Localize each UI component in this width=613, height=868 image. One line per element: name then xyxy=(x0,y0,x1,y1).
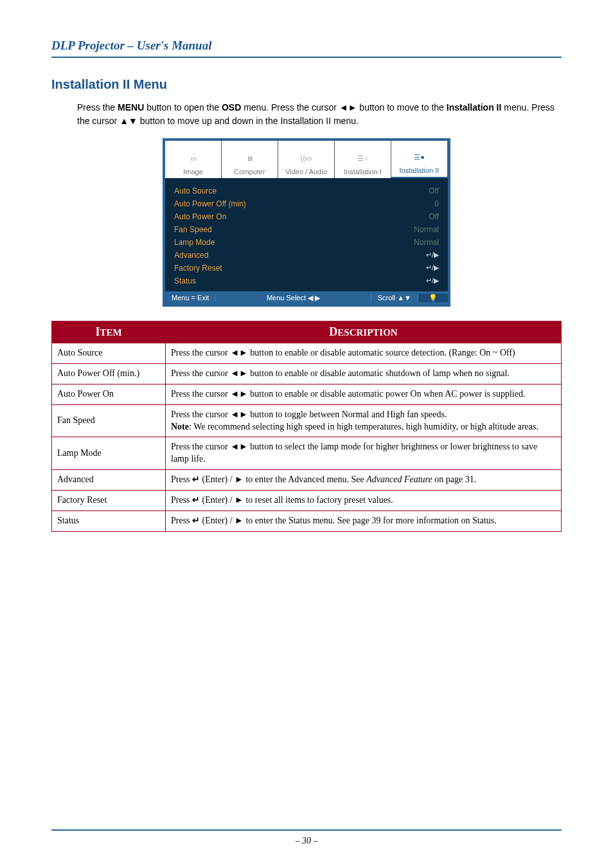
table-row: Auto Power Off (min.) Press the cursor ◄… xyxy=(52,363,562,384)
osd-row-status: Status↵/▶ xyxy=(174,275,439,287)
osd-row-fanspeed: Fan SpeedNormal xyxy=(174,223,439,236)
cell-desc: Press ↵ (Enter) / ► to reset all items t… xyxy=(166,491,562,511)
description-table: IItemTEM DESCRIPTIONDescription Auto Sou… xyxy=(51,321,562,532)
desc-text: (Enter) / ► to enter the Advanced menu. … xyxy=(200,475,366,484)
desc-text: (Enter) / ► to reset all items to factor… xyxy=(200,495,393,505)
header-rule xyxy=(51,57,562,58)
intro-text: menu. Press the cursor ◄► button to move… xyxy=(241,102,447,113)
table-row: Advanced Press ↵ (Enter) / ► to enter th… xyxy=(52,470,562,491)
osd-row-lampmode: Lamp ModeNormal xyxy=(174,236,439,249)
install1-icon: ☰○ xyxy=(335,149,391,168)
osd-row-label: Lamp Mode xyxy=(174,238,215,247)
osd-row-autopoweroff: Auto Power Off (min)0 xyxy=(174,197,439,210)
th-item: IItemTEM xyxy=(52,321,166,343)
osd-row-label: Auto Power Off (min) xyxy=(174,199,246,208)
tab-label: Installation II xyxy=(391,167,447,174)
osd-tab-image: ▭ Image xyxy=(165,141,222,178)
osd-row-label: Advanced xyxy=(174,251,208,260)
desc-text: Press xyxy=(171,475,192,484)
osd-row-label: Auto Source xyxy=(174,186,217,195)
desc-text: Press xyxy=(171,495,192,505)
osd-row-value: ↵/▶ xyxy=(426,276,439,285)
osd-row-value: Off xyxy=(429,212,439,221)
cell-item: Fan Speed xyxy=(52,404,166,437)
header-title: DLP Projector – User's Manual xyxy=(51,39,562,54)
cell-item: Lamp Mode xyxy=(52,437,166,470)
table-row: Factory Reset Press ↵ (Enter) / ► to res… xyxy=(52,491,562,511)
osd-row-value: 0 xyxy=(434,199,439,208)
osd-footer-spacer: Menu Select ◀ ▶ xyxy=(216,294,371,302)
desc-text: Press the cursor ◄► button to toggle bet… xyxy=(171,410,447,419)
tab-label: Computer xyxy=(222,168,278,176)
enter-icon: ↵ xyxy=(192,495,200,505)
install2-icon: ☰● xyxy=(391,147,447,167)
osd-tab-video: ((▭ Video / Audio xyxy=(278,141,335,178)
table-row: Auto Power On Press the cursor ◄► button… xyxy=(52,384,562,404)
osd-row-autosource: Auto SourceOff xyxy=(174,185,439,197)
cell-item: Auto Power Off (min.) xyxy=(52,363,166,384)
intro-paragraph: Press the MENU button to open the OSD me… xyxy=(77,101,562,128)
computer-icon: 🖥 xyxy=(222,149,278,168)
desc-text: on page 31. xyxy=(432,475,476,484)
menu-label-bold: MENU xyxy=(118,102,144,113)
install-label-bold: Installation II xyxy=(447,102,502,113)
osd-tab-install2: ☰● Installation II xyxy=(391,141,448,178)
osd-row-label: Factory Reset xyxy=(174,264,222,273)
cell-desc: Press the cursor ◄► button to select the… xyxy=(166,437,562,470)
italic-ref: Advanced Feature xyxy=(366,475,432,484)
intro-text: button to open the xyxy=(144,102,222,113)
enter-icon: ↵ xyxy=(192,516,200,525)
osd-row-label: Fan Speed xyxy=(174,225,212,234)
tab-label: Image xyxy=(165,168,221,176)
cell-item: Factory Reset xyxy=(52,491,166,511)
osd-row-value: Off xyxy=(429,186,439,195)
osd-row-label: Auto Power On xyxy=(174,212,226,221)
cell-item: Auto Source xyxy=(52,343,166,364)
osd-label-bold: OSD xyxy=(222,102,241,113)
section-heading: Installation II Menu xyxy=(51,77,562,92)
osd-row-factoryreset: Factory Reset↵/▶ xyxy=(174,262,439,275)
cell-item: Status xyxy=(52,511,166,532)
cell-desc: Press the cursor ◄► button to enable or … xyxy=(166,384,562,404)
osd-screenshot: ▭ Image 🖥 Computer ((▭ Video / Audio ☰○ … xyxy=(163,138,450,307)
osd-row-value: Normal xyxy=(414,225,439,234)
table-row: Fan Speed Press the cursor ◄► button to … xyxy=(52,404,562,437)
osd-row-value: ↵/▶ xyxy=(426,251,439,260)
osd-row-value: Normal xyxy=(414,238,439,247)
desc-text: (Enter) / ► to enter the Status menu. Se… xyxy=(200,516,497,525)
osd-row-value: ↵/▶ xyxy=(426,264,439,273)
desc-text: Press xyxy=(171,516,192,525)
intro-text: Press the xyxy=(77,102,118,113)
table-row: Status Press ↵ (Enter) / ► to enter the … xyxy=(52,511,562,532)
cell-item: Advanced xyxy=(52,470,166,491)
osd-tab-computer: 🖥 Computer xyxy=(222,141,278,178)
cell-desc: Press the cursor ◄► button to toggle bet… xyxy=(166,404,562,437)
osd-row-label: Status xyxy=(174,276,196,285)
cell-desc: Press the cursor ◄► button to enable or … xyxy=(166,363,562,384)
page-number: – 30 – xyxy=(0,836,613,846)
note-bold: Note xyxy=(171,422,189,431)
table-row: Auto Source Press the cursor ◄► button t… xyxy=(52,343,562,364)
osd-body: Auto SourceOff Auto Power Off (min)0 Aut… xyxy=(165,178,448,291)
table-row: Lamp Mode Press the cursor ◄► button to … xyxy=(52,437,562,470)
tab-label: Installation I xyxy=(335,168,391,176)
osd-row-advanced: Advanced↵/▶ xyxy=(174,249,439,262)
cell-desc: Press ↵ (Enter) / ► to enter the Advance… xyxy=(166,470,562,491)
video-icon: ((▭ xyxy=(278,149,334,168)
tab-label: Video / Audio xyxy=(278,168,334,176)
osd-footer: Menu = Exit Menu Select ◀ ▶ Scroll ▲▼ 💡 xyxy=(165,291,448,304)
cell-desc: Press ↵ (Enter) / ► to enter the Status … xyxy=(166,511,562,532)
cell-item: Auto Power On xyxy=(52,384,166,404)
enter-icon: ↵ xyxy=(192,475,200,484)
osd-footer-exit: Menu = Exit xyxy=(165,294,216,302)
lamp-icon: 💡 xyxy=(418,294,448,302)
osd-tab-install1: ☰○ Installation I xyxy=(335,141,391,178)
osd-tabs: ▭ Image 🖥 Computer ((▭ Video / Audio ☰○ … xyxy=(165,141,448,178)
footer-rule xyxy=(51,829,562,831)
desc-text: : We recommend selecting high speed in h… xyxy=(189,422,538,431)
osd-footer-scroll: Scroll ▲▼ xyxy=(371,294,418,302)
th-desc: DESCRIPTIONDescription xyxy=(166,321,562,343)
image-icon: ▭ xyxy=(165,149,221,168)
cell-desc: Press the cursor ◄► button to enable or … xyxy=(166,343,562,364)
osd-row-autopoweron: Auto Power OnOff xyxy=(174,210,439,223)
